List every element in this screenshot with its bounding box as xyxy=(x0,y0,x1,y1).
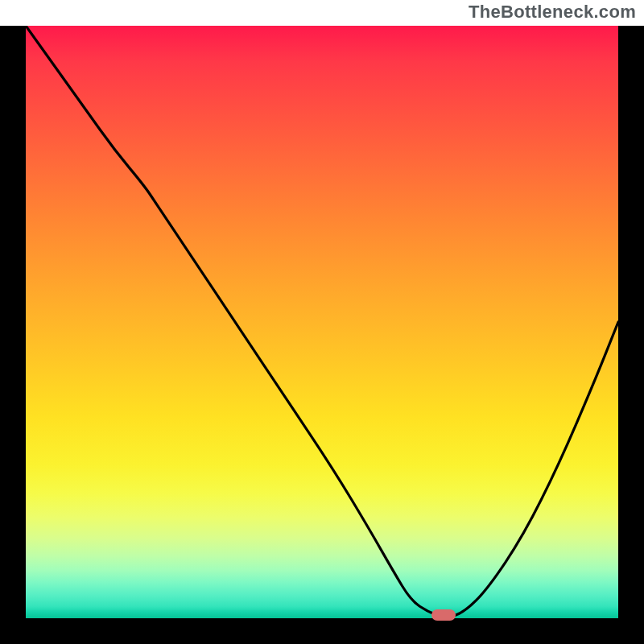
frame-left xyxy=(0,26,26,618)
attribution-text: TheBottleneck.com xyxy=(0,0,644,26)
frame-right xyxy=(618,26,644,618)
chart-gradient-plot xyxy=(26,26,618,618)
optimal-point-marker xyxy=(431,609,456,621)
frame-bottom xyxy=(0,618,644,644)
